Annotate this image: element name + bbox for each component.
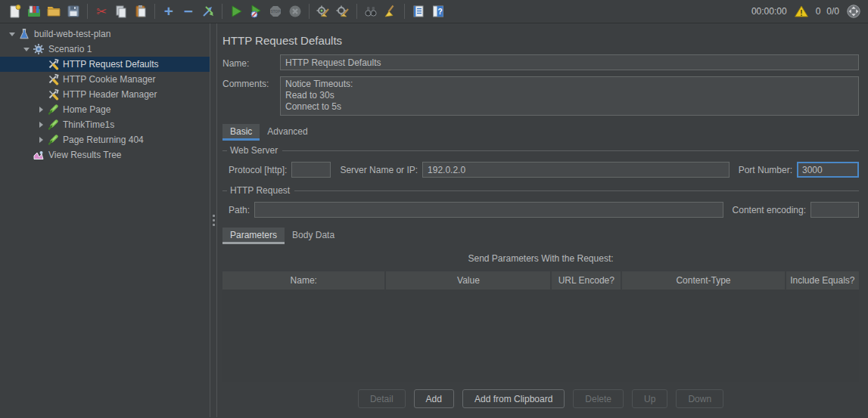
tree-item-view-results-tree[interactable]: View Results Tree (0, 147, 210, 163)
sampler-icon (47, 104, 59, 116)
panel-splitter[interactable] (210, 23, 217, 417)
config-panel: HTTP Request Defaults Name: Comments: Ba… (217, 23, 868, 417)
table-actions: Detail Add Add from Clipboard Delete Up … (222, 382, 859, 408)
column-header-content-type[interactable]: Content-Type (622, 271, 784, 290)
new-file-icon[interactable] (5, 2, 24, 20)
expander-icon[interactable] (20, 48, 33, 51)
start-icon[interactable] (226, 2, 246, 20)
tab-body-data[interactable]: Body Data (285, 228, 342, 244)
column-header-include-equals[interactable]: Include Equals? (786, 271, 859, 290)
comments-label: Comments: (222, 76, 280, 89)
path-input[interactable] (254, 202, 723, 218)
port-number-input[interactable] (797, 162, 859, 178)
test-plan-tree: build-web-test-plan Scenario 1 HTTP Requ… (0, 23, 210, 417)
tab-basic[interactable]: Basic (222, 124, 260, 141)
cut-icon[interactable]: ✂ (92, 2, 111, 20)
protocol-label: Protocol [http]: (229, 165, 287, 175)
column-header-value[interactable]: Value (386, 271, 550, 290)
web-server-group-legend: Web Server (222, 145, 859, 156)
clear-all-icon[interactable] (333, 2, 353, 20)
expander-icon[interactable] (6, 33, 18, 36)
delete-button[interactable]: Delete (573, 389, 624, 408)
tree-item-http-cookie-manager[interactable]: HTTP Cookie Manager (0, 72, 210, 87)
toolbar-separator (154, 4, 155, 19)
svg-text:?: ? (437, 8, 442, 16)
templates-icon[interactable] (24, 2, 44, 20)
page-title: HTTP Request Defaults (222, 34, 859, 47)
parameters-table-caption: Send Parameters With the Request: (222, 253, 859, 264)
toolbar-separator (356, 4, 357, 19)
start-no-timers-icon[interactable] (246, 2, 266, 20)
collapse-all-icon[interactable]: − (179, 2, 198, 20)
content-encoding-label: Content encoding: (733, 205, 806, 215)
config-element-icon (47, 88, 59, 101)
copy-icon[interactable] (111, 2, 131, 20)
open-file-icon[interactable] (44, 2, 64, 20)
port-number-label: Port Number: (739, 165, 792, 175)
toolbar-separator (222, 4, 222, 19)
toolbar-separator (309, 4, 310, 19)
log-error-count: 0 (816, 6, 821, 17)
down-button[interactable]: Down (676, 389, 723, 408)
expander-icon[interactable] (35, 122, 47, 128)
test-plan-icon (18, 28, 30, 40)
shutdown-icon[interactable] (285, 2, 305, 20)
toolbar-separator (87, 4, 88, 19)
detail-button[interactable]: Detail (358, 389, 406, 408)
threads-indicator-icon (845, 2, 862, 20)
parameters-body-tabs: Parameters Body Data (222, 228, 859, 244)
stop-icon[interactable]: STOP (266, 2, 285, 20)
config-element-icon (47, 73, 59, 85)
svg-text:STOP: STOP (271, 10, 280, 14)
toolbar: ✂ + − STOP ? 00:00:00 ! 0 0/0 (0, 0, 868, 23)
tree-item-scenario-1[interactable]: Scenario 1 (0, 42, 210, 57)
sampler-icon (47, 134, 59, 146)
expander-icon[interactable] (35, 107, 47, 113)
content-encoding-input[interactable] (810, 202, 859, 218)
active-threads-count: 0/0 (826, 6, 839, 17)
tree-item-http-header-manager[interactable]: HTTP Header Manager (0, 87, 210, 102)
http-request-group-legend: HTTP Request (222, 185, 859, 196)
comments-input[interactable] (280, 76, 859, 116)
name-input[interactable] (280, 54, 859, 70)
config-element-icon (47, 58, 59, 70)
thread-group-icon (33, 43, 45, 55)
svg-text:!: ! (800, 9, 802, 17)
expand-all-icon[interactable]: + (159, 2, 179, 20)
path-label: Path: (229, 205, 250, 215)
protocol-input[interactable] (291, 162, 331, 178)
warning-indicator-icon[interactable]: ! (793, 2, 810, 20)
parameters-table-body[interactable] (222, 290, 859, 382)
tree-item-test-plan[interactable]: build-web-test-plan (0, 26, 210, 42)
toolbar-separator (404, 4, 405, 19)
server-name-input[interactable] (422, 162, 730, 178)
tree-item-home-page[interactable]: Home Page (0, 102, 210, 117)
tree-item-http-request-defaults[interactable]: HTTP Request Defaults (0, 57, 210, 72)
function-helper-icon[interactable] (409, 2, 428, 20)
up-button[interactable]: Up (632, 389, 667, 408)
elapsed-timer: 00:00:00 (751, 6, 787, 17)
toggle-icon[interactable] (198, 2, 218, 20)
reset-search-icon[interactable] (381, 2, 400, 20)
tab-advanced[interactable]: Advanced (260, 124, 315, 141)
add-button[interactable]: Add (414, 389, 454, 408)
name-label: Name: (222, 56, 280, 69)
tree-item-page-returning-404[interactable]: Page Returning 404 (0, 132, 210, 147)
expander-icon[interactable] (35, 137, 47, 143)
search-icon[interactable] (361, 2, 381, 20)
sampler-icon (47, 119, 59, 131)
paste-icon[interactable] (131, 2, 151, 20)
tab-parameters[interactable]: Parameters (222, 228, 285, 244)
save-icon[interactable] (64, 2, 83, 20)
basic-advanced-tabs: Basic Advanced (222, 124, 859, 141)
parameters-table-header: Name: Value URL Encode? Content-Type Inc… (222, 271, 859, 290)
clear-icon[interactable] (313, 2, 333, 20)
results-tree-icon (33, 149, 45, 161)
add-from-clipboard-button[interactable]: Add from Clipboard (462, 389, 565, 408)
column-header-name[interactable]: Name: (222, 271, 384, 290)
column-header-url-encode[interactable]: URL Encode? (552, 271, 621, 290)
tree-item-thinktime1s[interactable]: ThinkTime1s (0, 117, 210, 132)
help-icon[interactable]: ? (428, 2, 448, 20)
server-name-label: Server Name or IP: (340, 165, 418, 175)
